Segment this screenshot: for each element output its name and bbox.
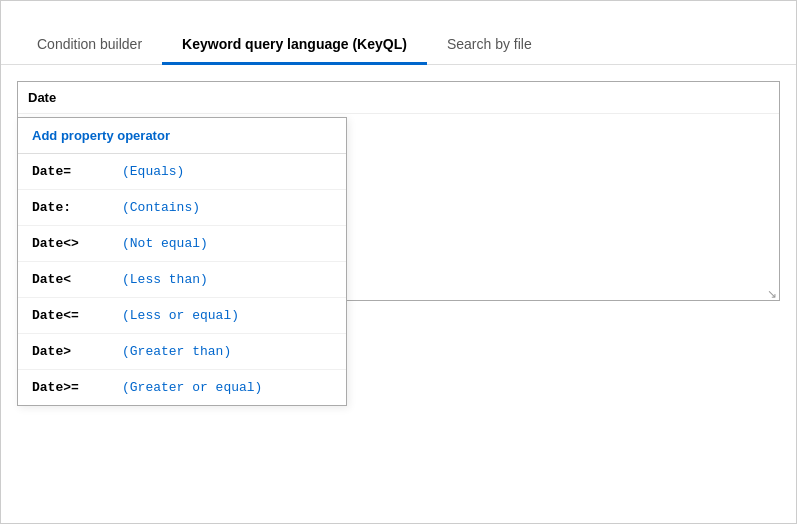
item-description: (Less than) — [122, 272, 208, 287]
item-keyword: Date<> — [32, 236, 122, 251]
item-keyword: Date= — [32, 164, 122, 179]
item-keyword: Date< — [32, 272, 122, 287]
tab-bar: Condition builder Keyword query language… — [1, 1, 796, 65]
tab-condition-builder[interactable]: Condition builder — [17, 24, 162, 64]
dropdown-item[interactable]: Date<=(Less or equal) — [18, 298, 346, 334]
item-keyword: Date> — [32, 344, 122, 359]
dropdown-item[interactable]: Date:(Contains) — [18, 190, 346, 226]
item-description: (Less or equal) — [122, 308, 239, 323]
tab-keyql[interactable]: Keyword query language (KeyQL) — [162, 24, 427, 64]
dropdown-item[interactable]: Date>=(Greater or equal) — [18, 370, 346, 405]
dropdown-overlay: Add property operator Date=(Equals)Date:… — [17, 117, 347, 406]
item-description: (Not equal) — [122, 236, 208, 251]
item-description: (Equals) — [122, 164, 184, 179]
dropdown-item[interactable]: Date<>(Not equal) — [18, 226, 346, 262]
item-keyword: Date<= — [32, 308, 122, 323]
item-description: (Contains) — [122, 200, 200, 215]
editor-label: Date — [18, 82, 779, 114]
main-content: Date ↘ Add property operator Date=(Equal… — [1, 65, 796, 523]
dropdown-items-list: Date=(Equals)Date:(Contains)Date<>(Not e… — [18, 154, 346, 405]
item-description: (Greater than) — [122, 344, 231, 359]
item-keyword: Date: — [32, 200, 122, 215]
item-keyword: Date>= — [32, 380, 122, 395]
dropdown-item[interactable]: Date=(Equals) — [18, 154, 346, 190]
resize-handle: ↘ — [767, 288, 777, 298]
tab-search-by-file[interactable]: Search by file — [427, 24, 552, 64]
item-description: (Greater or equal) — [122, 380, 262, 395]
dropdown-item[interactable]: Date>(Greater than) — [18, 334, 346, 370]
dropdown-item[interactable]: Date<(Less than) — [18, 262, 346, 298]
app-container: Condition builder Keyword query language… — [0, 0, 797, 524]
dropdown-header[interactable]: Add property operator — [18, 118, 346, 154]
